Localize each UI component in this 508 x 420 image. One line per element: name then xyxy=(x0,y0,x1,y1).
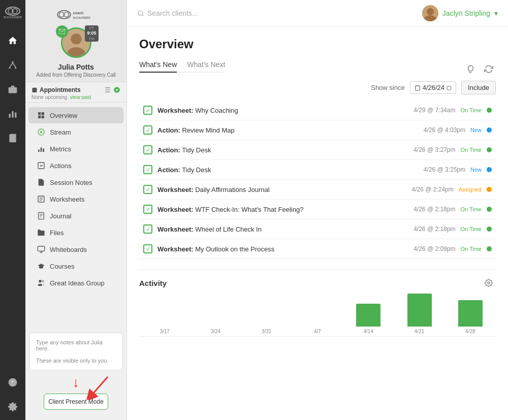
sidebar-item-session-notes[interactable]: Session Notes xyxy=(28,174,123,190)
status-dot xyxy=(487,227,492,232)
sidebar-item-stream[interactable]: Stream xyxy=(28,124,123,140)
chart-nav-icon[interactable] xyxy=(6,107,20,121)
list-item-left: Worksheet: WTF Check-In: What's That Fee… xyxy=(143,205,303,214)
coach-logo: accountable xyxy=(4,6,22,20)
item-date: 4/26 @ 2:09pm xyxy=(414,245,455,252)
list-item-left: Action: Tidy Desk xyxy=(143,145,211,154)
svg-rect-9 xyxy=(9,87,17,93)
view-past-link[interactable]: view past xyxy=(70,94,91,100)
briefcase-nav-icon[interactable] xyxy=(6,82,20,96)
activity-settings-icon[interactable] xyxy=(482,276,496,290)
sidebar-files-label: Files xyxy=(50,229,64,237)
book-nav-icon[interactable] xyxy=(6,131,20,145)
date-picker[interactable]: 4/26/24 xyxy=(410,81,456,94)
item-text: Worksheet: My Outlook on the Process xyxy=(157,245,274,253)
appointments-header: Appointments xyxy=(31,86,120,93)
stream-icon xyxy=(37,127,46,137)
lightbulb-icon[interactable] xyxy=(463,62,478,76)
svg-rect-11 xyxy=(12,111,13,118)
checkbox-icon[interactable] xyxy=(143,125,152,135)
chart-bar-container xyxy=(241,291,292,327)
sidebar-item-courses[interactable]: Courses xyxy=(28,258,123,274)
list-item-right: 4/26 @ 2:24pm Assigned xyxy=(412,186,492,193)
chart-group: 3/17 xyxy=(139,291,190,334)
client-name: Julia Potts xyxy=(58,63,94,71)
user-chevron-icon: ▾ xyxy=(494,9,498,17)
item-date: 4/29 @ 7:34am xyxy=(414,107,455,114)
checkbox-icon[interactable] xyxy=(143,205,152,214)
time-badge: PT 9:05 PM xyxy=(85,25,98,42)
notes-placeholder-2: here. xyxy=(36,345,116,351)
chart-label: 3/17 xyxy=(160,329,169,334)
network-nav-icon[interactable] xyxy=(6,58,20,72)
refresh-icon[interactable] xyxy=(482,62,496,76)
sidebar-item-files[interactable]: Files xyxy=(28,224,123,241)
chart-bar-container xyxy=(343,291,394,327)
list-item-right: 4/26 @ 2:18pm On Time xyxy=(414,206,492,213)
sidebar-journal-label: Journal xyxy=(50,212,72,220)
status-dot xyxy=(487,207,492,212)
list-item-left: Worksheet: Wheel of Life Check In xyxy=(143,224,262,234)
tab-whats-next[interactable]: What's Next xyxy=(187,57,225,73)
sidebar-item-actions[interactable]: Actions xyxy=(28,157,123,174)
checkbox-icon[interactable] xyxy=(143,185,152,194)
sidebar-item-journal[interactable]: Journal xyxy=(28,208,123,224)
email-icon[interactable] xyxy=(56,25,68,38)
chart-bar-container xyxy=(292,291,343,327)
page-title: Overview xyxy=(139,37,496,51)
svg-rect-45 xyxy=(39,212,44,219)
include-button[interactable]: Include xyxy=(461,81,496,94)
alert-nav-icon[interactable] xyxy=(6,375,20,390)
top-bar: Search clients... Jaclyn Stripling ▾ xyxy=(127,0,508,27)
sidebar-item-group[interactable]: Great Ideas Group xyxy=(28,275,123,291)
sidebar-metrics-label: Metrics xyxy=(50,145,71,153)
list-item-left: Worksheet: My Outlook on the Process xyxy=(143,244,274,253)
items-list: Worksheet: Why Coaching 4/29 @ 7:34am On… xyxy=(139,101,496,259)
chart-group: 3/31 xyxy=(241,291,292,334)
sidebar-item-overview[interactable]: Overview xyxy=(28,107,123,123)
item-text: Worksheet: WTF Check-In: What's That Fee… xyxy=(157,206,303,213)
tab-whats-new[interactable]: What's New xyxy=(139,57,177,73)
svg-point-52 xyxy=(39,280,41,282)
appt-actions[interactable] xyxy=(104,86,120,93)
svg-rect-61 xyxy=(447,86,451,90)
user-menu[interactable]: Jaclyn Stripling ▾ xyxy=(422,5,498,21)
appointments-status: None upcoming. view past xyxy=(31,94,120,100)
svg-line-7 xyxy=(10,63,13,67)
client-subtitle: Added from Offering Discovery Call xyxy=(36,72,116,78)
search-box[interactable]: Search clients... xyxy=(137,9,198,17)
svg-point-53 xyxy=(138,11,143,15)
checkbox-icon[interactable] xyxy=(143,145,152,154)
list-item-right: 4/26 @ 3:27pm On Time xyxy=(414,146,492,153)
chart-bar-container xyxy=(190,291,241,327)
gear-nav-icon[interactable] xyxy=(6,400,20,414)
checkbox-icon[interactable] xyxy=(143,165,152,174)
courses-icon xyxy=(37,262,46,271)
metrics-icon xyxy=(37,144,46,153)
status-dot xyxy=(487,187,492,192)
item-date: 4/26 @ 3:25pm xyxy=(424,166,465,173)
item-text: Action: Tidy Desk xyxy=(157,146,211,154)
checkbox-icon[interactable] xyxy=(143,106,152,115)
list-item-left: Worksheet: Daily Affirmations Journal xyxy=(143,185,270,194)
list-item: Worksheet: Daily Affirmations Journal 4/… xyxy=(139,180,496,200)
list-item: Worksheet: Wheel of Life Check In 4/26 @… xyxy=(139,219,496,239)
checkbox-icon[interactable] xyxy=(143,224,152,234)
status-dot xyxy=(487,127,492,133)
checkbox-icon[interactable] xyxy=(143,244,152,253)
sidebar-item-whiteboards[interactable]: Whiteboards xyxy=(28,241,123,257)
item-text: Action: Review Mind Map xyxy=(157,126,235,134)
sidebar-item-worksheets[interactable]: Worksheets xyxy=(28,191,123,207)
item-date: 4/26 @ 4:03pm xyxy=(424,126,465,134)
svg-point-0 xyxy=(6,7,20,15)
client-avatar-container: PT 9:05 PM xyxy=(61,27,91,58)
chart-group: 3/24 xyxy=(190,291,241,334)
sidebar-notes[interactable]: Type any notes about Julia here. These a… xyxy=(29,333,122,370)
sidebar-item-metrics[interactable]: Metrics xyxy=(28,141,123,157)
item-text: Worksheet: Daily Affirmations Journal xyxy=(157,186,270,193)
home-nav-icon[interactable] xyxy=(6,34,20,48)
status-dot xyxy=(487,108,492,113)
chart-label: 4/28 xyxy=(465,329,475,334)
item-text: Action: Tidy Desk xyxy=(157,166,211,174)
nav-rail: accountable xyxy=(0,0,25,420)
